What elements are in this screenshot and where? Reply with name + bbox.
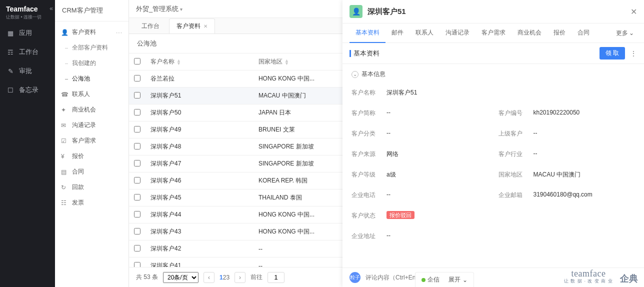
detail-field: 国家地区MACAU 中国澳门 bbox=[498, 164, 636, 185]
page-number[interactable]: 1 bbox=[220, 274, 223, 281]
nav-sub-label: 商业机会 bbox=[72, 106, 96, 114]
cell-name: 谷兰若拉 bbox=[146, 70, 254, 88]
collapse-icon[interactable]: « bbox=[50, 5, 53, 12]
row-checkbox[interactable] bbox=[129, 104, 146, 122]
sort-icon: ▲▼ bbox=[284, 59, 289, 65]
nav-sub-item[interactable]: 全部客户资料 bbox=[55, 40, 128, 56]
field-label: 客户编号 bbox=[498, 109, 534, 118]
close-icon[interactable]: ✕ bbox=[630, 7, 637, 16]
expand-button[interactable]: 展开 ⌄ bbox=[448, 276, 468, 284]
pager-total: 共 53 条 bbox=[136, 273, 158, 282]
nav-sub-item[interactable]: ▤合同 bbox=[55, 164, 128, 180]
qixin-button[interactable]: 企信 bbox=[422, 276, 440, 284]
nav-sub-item[interactable]: ✦商业机会 bbox=[55, 102, 128, 118]
more-icon[interactable]: ··· bbox=[116, 29, 122, 36]
brand-block: Teamface 让数据 • 连接一切 « bbox=[0, 0, 55, 24]
row-checkbox[interactable] bbox=[129, 156, 146, 172]
nav-sub-title: CRM客户管理 bbox=[55, 0, 128, 22]
comment-avatar: 粒子 bbox=[350, 272, 360, 283]
field-label: 客户简称 bbox=[352, 109, 386, 118]
nav-sub-item[interactable]: 👤客户资料··· bbox=[55, 24, 128, 40]
field-value: -- bbox=[386, 130, 390, 138]
nav-sub-item[interactable]: ☎联系人 bbox=[55, 86, 128, 102]
detail-tab[interactable]: 客户需求 bbox=[476, 24, 512, 42]
detail-tab[interactable]: 报价 bbox=[548, 24, 572, 42]
field-label: 国家地区 bbox=[498, 170, 534, 179]
select-all[interactable] bbox=[129, 54, 146, 70]
nav-sub-item[interactable]: 我创建的 bbox=[55, 56, 128, 71]
kebab-icon[interactable]: ⋮ bbox=[630, 50, 637, 58]
bottom-bar: 企信 展开 ⌄ bbox=[415, 272, 474, 287]
nav-sub-label: 我创建的 bbox=[72, 59, 96, 68]
page-size-select[interactable]: 20条/页 bbox=[163, 272, 198, 283]
pager-goto-input[interactable] bbox=[268, 272, 284, 283]
nav-sub-item[interactable]: ☷发票 bbox=[55, 195, 128, 210]
column-header[interactable]: 客户名称▲▼ bbox=[146, 54, 254, 70]
cell-name: 深圳客户42 bbox=[146, 240, 254, 258]
field-label: 上级客户 bbox=[498, 130, 534, 138]
nav-label: 应用 bbox=[19, 28, 32, 38]
pager-next[interactable]: › bbox=[234, 272, 246, 283]
detail-tab[interactable]: 商业机会 bbox=[512, 24, 548, 42]
tab[interactable]: 工作台 bbox=[134, 18, 167, 34]
cell-name: 深圳客户50 bbox=[146, 104, 254, 122]
workspace-selector[interactable]: 外贸_管理系统 bbox=[136, 4, 182, 14]
status-dot-icon bbox=[422, 278, 426, 282]
nav-sub-label: 报价 bbox=[72, 152, 84, 160]
nav-main-item[interactable]: ✎审批 bbox=[0, 62, 55, 80]
detail-field: 企业地址-- bbox=[352, 226, 635, 246]
field-value: a级 bbox=[386, 170, 396, 179]
nav-sub-icon: ▤ bbox=[61, 168, 68, 176]
row-checkbox[interactable] bbox=[129, 224, 146, 240]
brand-name: Teamface bbox=[6, 5, 49, 13]
group-header[interactable]: ⌄ 基本信息 bbox=[352, 66, 635, 82]
nav-sub-item[interactable]: ☑客户需求 bbox=[55, 133, 128, 148]
nav-sub-icon: ✉ bbox=[61, 122, 68, 129]
detail-tab[interactable]: 联系人 bbox=[410, 24, 440, 42]
detail-tab[interactable]: 基本资料 bbox=[350, 24, 386, 43]
row-checkbox[interactable] bbox=[129, 258, 146, 268]
field-value: MACAU 中国澳门 bbox=[534, 170, 581, 179]
row-checkbox[interactable] bbox=[129, 122, 146, 138]
nav-sub-label: 合同 bbox=[72, 168, 84, 176]
detail-field: 客户名称深圳客户51 bbox=[352, 82, 635, 103]
row-checkbox[interactable] bbox=[129, 172, 146, 190]
cell-name: 深圳客户48 bbox=[146, 138, 254, 156]
field-label: 客户分类 bbox=[352, 130, 386, 138]
nav-sub-item[interactable]: ✉沟通记录 bbox=[55, 118, 128, 133]
nav-label: 备忘录 bbox=[19, 86, 38, 94]
nav-sub-label: 回款 bbox=[72, 183, 84, 192]
page-number[interactable]: 3 bbox=[226, 274, 230, 281]
nav-main-item[interactable]: ▦应用 bbox=[0, 24, 55, 42]
cell-name: 深圳客户47 bbox=[146, 156, 254, 172]
nav-sub-item[interactable]: 公海池 bbox=[55, 71, 128, 86]
field-value: -- bbox=[386, 109, 390, 118]
detail-tab[interactable]: 邮件 bbox=[386, 24, 410, 42]
detail-tab-more[interactable]: 更多⌄ bbox=[613, 24, 637, 42]
tab[interactable]: 客户资料✕ bbox=[169, 18, 215, 34]
nav-icon: ▦ bbox=[7, 30, 14, 37]
nav-sub-item[interactable]: ¥报价 bbox=[55, 148, 128, 164]
pager-prev[interactable]: ‹ bbox=[204, 272, 214, 283]
row-checkbox[interactable] bbox=[129, 190, 146, 206]
row-checkbox[interactable] bbox=[129, 88, 146, 104]
field-label: 企业电话 bbox=[352, 191, 386, 200]
detail-tab[interactable]: 合同 bbox=[572, 24, 596, 42]
nav-sub-icon: 👤 bbox=[61, 29, 68, 36]
nav-icon: ✎ bbox=[7, 68, 14, 75]
chevron-down-icon: ⌄ bbox=[462, 276, 468, 284]
nav-sub-item[interactable]: ↻回款 bbox=[55, 180, 128, 195]
detail-tab[interactable]: 沟通记录 bbox=[440, 24, 476, 42]
pager-goto-label: 前往 bbox=[250, 273, 262, 282]
nav-sub-icon: ☷ bbox=[61, 200, 68, 206]
close-icon[interactable]: ✕ bbox=[204, 24, 208, 29]
row-checkbox[interactable] bbox=[129, 206, 146, 224]
nav-main-item[interactable]: ☐备忘录 bbox=[0, 80, 55, 100]
detail-field: 客户来源网络 bbox=[352, 144, 488, 164]
detail-field: 上级客户-- bbox=[498, 124, 636, 144]
row-checkbox[interactable] bbox=[129, 138, 146, 156]
claim-button[interactable]: 领 取 bbox=[600, 47, 625, 60]
row-checkbox[interactable] bbox=[129, 70, 146, 88]
nav-main-item[interactable]: ☶工作台 bbox=[0, 42, 55, 62]
row-checkbox[interactable] bbox=[129, 240, 146, 258]
